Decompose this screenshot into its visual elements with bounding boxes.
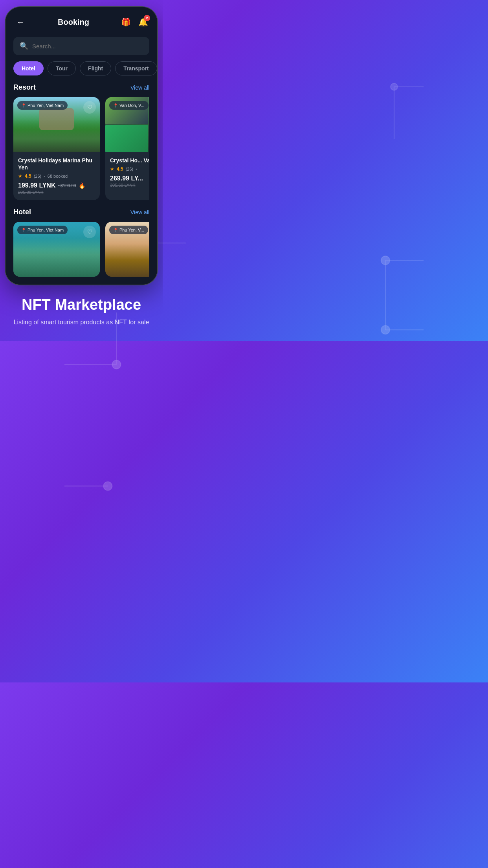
price-row: 199.99 LYNK ~$199.99 🔥 xyxy=(18,182,95,189)
notification-bell[interactable]: 🔔 2 xyxy=(137,16,149,28)
location-icon: 📍 xyxy=(113,103,118,108)
nft-marketplace-title: NFT Marketplace xyxy=(14,296,149,314)
nft-marketplace-subtitle: Listing of smart tourism products as NFT… xyxy=(14,318,149,327)
card-image-wrapper: 📍 Van Don, V... xyxy=(105,97,149,152)
search-input[interactable] xyxy=(32,43,143,50)
header-icons: 🎁 🔔 2 xyxy=(119,16,149,28)
app-header: ← Booking 🎁 🔔 2 xyxy=(6,7,157,34)
hotel-card-1[interactable]: 📍 Phu Yen, Viet Nam ♡ xyxy=(13,222,100,277)
hotel-view-all[interactable]: View all xyxy=(130,209,149,215)
gift-icon[interactable]: 🎁 xyxy=(119,16,132,28)
resort-section-header: Resort View all xyxy=(13,83,149,92)
resort-view-all[interactable]: View all xyxy=(130,85,149,91)
search-icon: 🔍 xyxy=(20,42,28,50)
hotel-card-2[interactable]: 📍 Phu Yen, V... xyxy=(105,222,149,277)
resort-section: Resort View all 📍 Phu Yen, Viet Nam ♡ xyxy=(6,83,157,208)
price-row: 269.99 LY... xyxy=(110,175,149,182)
resort-cards-scroll: 📍 Phu Yen, Viet Nam ♡ Crystal Holidays M… xyxy=(13,97,149,202)
phone-frame: ← Booking 🎁 🔔 2 🔍 Hotel xyxy=(5,6,158,285)
tab-transport[interactable]: Transport xyxy=(115,61,157,75)
back-button[interactable]: ← xyxy=(13,15,28,29)
hotel-section-title: Hotel xyxy=(13,208,31,216)
card-meta: ★ 4.5 (26) • xyxy=(110,166,149,172)
rating-value: 4.5 xyxy=(117,166,123,172)
search-box[interactable]: 🔍 xyxy=(13,37,149,55)
resort-card-2[interactable]: 📍 Van Don, V... Crystal Ho... Van Đon ★ … xyxy=(105,97,149,200)
price-original: 205.88 LYNK xyxy=(18,190,95,195)
resort-section-title: Resort xyxy=(13,83,36,92)
tab-hotel[interactable]: Hotel xyxy=(13,61,44,75)
separator: • xyxy=(136,167,137,171)
location-badge: 📍 Phu Yen, Viet Nam xyxy=(17,226,68,234)
location-icon: 📍 xyxy=(21,228,26,232)
favorite-button[interactable]: ♡ xyxy=(83,101,96,114)
bottom-section: NFT Marketplace Listing of smart tourism… xyxy=(6,285,157,341)
card-image-wrapper: 📍 Phu Yen, V... xyxy=(105,222,149,277)
card-body: Crystal Ho... Van Đon ★ 4.5 (26) • 269.9… xyxy=(105,152,149,193)
price-usd: ~$199.99 xyxy=(58,183,76,188)
card-image-wrapper: 📍 Phu Yen, Viet Nam ♡ xyxy=(13,222,100,277)
tab-flight[interactable]: Flight xyxy=(80,61,111,75)
price-main: 269.99 LY... xyxy=(110,175,143,182)
location-badge: 📍 Phu Yen, Viet Nam xyxy=(17,101,68,110)
reviews-count: (26) xyxy=(34,174,42,178)
phone-screen: ← Booking 🎁 🔔 2 🔍 Hotel xyxy=(6,7,157,285)
card-body: Crystal Holidays Marina Phu Yen ★ 4.5 (2… xyxy=(13,152,100,200)
hotel-section-header: Hotel View all xyxy=(13,208,149,216)
card-image-wrapper: 📍 Phu Yen, Viet Nam ♡ xyxy=(13,97,100,152)
category-tabs: Hotel Tour Flight Transport xyxy=(6,61,157,83)
page-title: Booking xyxy=(58,18,89,27)
hotel-cards-scroll: 📍 Phu Yen, Viet Nam ♡ 📍 Phu Yen, V... xyxy=(13,222,149,278)
location-badge: 📍 Van Don, V... xyxy=(109,101,149,110)
card-meta: ★ 4.5 (26) • 68 booked xyxy=(18,173,95,179)
star-icon: ★ xyxy=(110,166,114,172)
separator: • xyxy=(44,174,45,178)
rating-value: 4.5 xyxy=(25,173,31,179)
card-title: Crystal Ho... Van Đon xyxy=(110,157,149,164)
fire-icon: 🔥 xyxy=(79,182,85,189)
search-container: 🔍 xyxy=(6,34,157,61)
hotel-section: Hotel View all 📍 Phu Yen, Viet Nam ♡ xyxy=(6,208,157,285)
location-icon: 📍 xyxy=(21,103,26,108)
location-icon: 📍 xyxy=(113,228,118,232)
location-badge: 📍 Phu Yen, V... xyxy=(109,226,148,234)
reviews-count: (26) xyxy=(126,167,134,171)
tab-tour[interactable]: Tour xyxy=(48,61,76,75)
notification-badge: 2 xyxy=(144,15,150,21)
resort-card-1[interactable]: 📍 Phu Yen, Viet Nam ♡ Crystal Holidays M… xyxy=(13,97,100,200)
card-title: Crystal Holidays Marina Phu Yen xyxy=(18,157,95,171)
star-icon: ★ xyxy=(18,173,22,179)
booked-count: 68 booked xyxy=(48,174,68,178)
price-original: 305.60 LYNK xyxy=(110,183,149,188)
price-main: 199.99 LYNK xyxy=(18,182,55,189)
